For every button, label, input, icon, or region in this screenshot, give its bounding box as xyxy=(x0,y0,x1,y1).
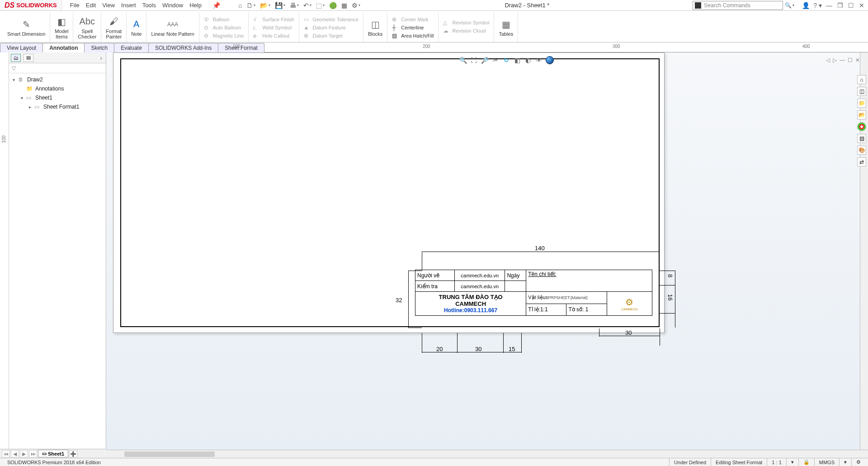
task-palette-icon[interactable]: ▤ xyxy=(857,134,866,143)
tab-sketch[interactable]: Sketch xyxy=(84,43,114,52)
qat-open-icon[interactable]: 📂▾ xyxy=(259,2,271,9)
center-mark-button[interactable]: ⊕Center Mark xyxy=(392,16,434,23)
eye-icon[interactable]: 👁 xyxy=(535,57,543,64)
vp-next-icon[interactable]: ▷ xyxy=(833,57,837,63)
spell-checker-button[interactable]: Abc Spell Checker xyxy=(73,13,101,42)
search-icon[interactable]: 🔍▾ xyxy=(785,2,794,9)
menu-window[interactable]: Window xyxy=(162,2,183,9)
vp-prev-icon[interactable]: ◁ xyxy=(826,57,830,63)
scrollbar-thumb[interactable] xyxy=(124,452,215,457)
qat-new-icon[interactable]: 🗋▾ xyxy=(245,2,256,9)
tb-tile[interactable]: Tỉ lệ:1:1 xyxy=(526,304,566,316)
menu-help[interactable]: Help xyxy=(189,2,202,9)
appearance-globe-icon[interactable] xyxy=(546,56,554,64)
tab-evaluate[interactable]: Evaluate xyxy=(114,43,149,52)
display-style-icon[interactable]: ◧ xyxy=(513,57,521,64)
close-button[interactable]: ✕ xyxy=(858,2,865,9)
geometric-tolerance-button[interactable]: ▭Geometric Tolerance xyxy=(304,16,359,23)
dimension-15[interactable]: 15 xyxy=(509,346,515,352)
sheet-tab-1[interactable]: ▭Sheet1 xyxy=(38,450,68,457)
prev-view-icon[interactable]: 🔎 xyxy=(481,57,489,64)
status-units[interactable]: MMGS xyxy=(814,458,839,466)
tb-ngay-value[interactable] xyxy=(505,281,526,292)
tb-toso[interactable]: Tờ số: 1 xyxy=(566,304,607,316)
qat-undo-icon[interactable]: ↶▾ xyxy=(302,2,312,9)
magnetic-line-button[interactable]: ⊖Magnetic Line xyxy=(204,33,244,39)
tab-sheet-format[interactable]: Sheet Format xyxy=(218,43,264,52)
blocks-button[interactable]: ◫ Blocks xyxy=(363,13,387,42)
drawing-canvas[interactable]: 🔍 ⛶ 🔎 ✂ ↻ ◧ ◐ 👁 ◁ ▷ — ☐ ✕ 140 32 xyxy=(106,52,868,451)
help-icon[interactable]: ? ▾ xyxy=(813,2,822,9)
datum-feature-button[interactable]: ▲Datum Feature xyxy=(304,24,359,31)
balloon-button[interactable]: ①Balloon xyxy=(204,16,244,23)
vp-close-icon[interactable]: ✕ xyxy=(855,57,860,63)
note-button[interactable]: A Note xyxy=(127,13,146,42)
task-library-icon[interactable]: 📁 xyxy=(857,99,866,108)
expand-panel-icon[interactable]: › xyxy=(100,54,104,62)
revision-cloud-button[interactable]: ☁Revision Cloud xyxy=(443,28,489,34)
linear-note-pattern-button[interactable]: AAA Linear Note Pattern xyxy=(146,13,199,42)
tab-solidworks-addins[interactable]: SOLIDWORKS Add-Ins xyxy=(148,43,218,52)
task-appearance-icon[interactable]: 🎨 xyxy=(857,146,866,155)
status-gear-icon[interactable]: ⚙ xyxy=(851,458,865,466)
smart-dimension-button[interactable]: ✎ Smart Dimension xyxy=(3,13,50,42)
hole-callout-button[interactable]: ⌀Hole Callout xyxy=(253,33,294,39)
qat-home-icon[interactable]: ⌂ xyxy=(237,2,243,9)
menu-insert[interactable]: Insert xyxy=(121,2,136,9)
tb-tenchitiet[interactable]: Tên chi tiết: xyxy=(528,271,556,277)
minimize-button[interactable]: — xyxy=(826,2,833,9)
tables-button[interactable]: ▦ Tables xyxy=(494,13,518,42)
search-commands-input[interactable]: Search Commands xyxy=(693,1,783,10)
sheet-nav-first-icon[interactable]: ⏮ xyxy=(2,450,10,457)
format-painter-button[interactable]: 🖌 Format Painter xyxy=(101,13,127,42)
sheet-nav-prev-icon[interactable]: ◀ xyxy=(11,450,19,457)
dimension-140[interactable]: 140 xyxy=(535,245,545,252)
dimension-32[interactable]: 32 xyxy=(396,297,402,304)
auto-balloon-button[interactable]: ⊙Auto Balloon xyxy=(204,24,244,31)
user-icon[interactable]: 👤 xyxy=(802,2,810,9)
tree-sheet-format[interactable]: ▸▭Sheet Format1 xyxy=(11,102,104,111)
rotate-icon[interactable]: ↻ xyxy=(502,57,510,64)
qat-settings-icon[interactable]: ⚙▾ xyxy=(351,2,361,9)
task-explorer-icon[interactable]: 📂 xyxy=(857,110,866,119)
dimension-30a[interactable]: 30 xyxy=(475,346,481,352)
datum-target-button[interactable]: ⊕Datum Target xyxy=(304,33,359,39)
tree-root[interactable]: ▾🗎Draw2 xyxy=(11,75,104,84)
title-block[interactable]: Người vẽ cammech.edu.vn Ngày Tên chi tiế… xyxy=(415,270,652,316)
tab-annotation[interactable]: Annotation xyxy=(42,43,85,52)
menu-tools[interactable]: Tools xyxy=(142,2,156,9)
status-scale[interactable]: 1 : 1 xyxy=(767,458,786,466)
menu-file[interactable]: File xyxy=(70,2,80,9)
centerline-button[interactable]: ┼Centerline xyxy=(392,24,434,31)
sheet-nav-next-icon[interactable]: ▶ xyxy=(20,450,28,457)
tree-annotations[interactable]: 📁Annotations xyxy=(11,84,104,93)
maximize-button[interactable]: ☐ xyxy=(847,2,854,9)
task-resources-icon[interactable]: ◫ xyxy=(857,87,866,96)
area-hatch-button[interactable]: ▨Area Hatch/Fill xyxy=(392,33,434,39)
qat-options-icon[interactable]: ▦ xyxy=(340,2,348,9)
dimension-20[interactable]: 20 xyxy=(436,346,443,352)
feature-tree-tab-icon[interactable]: 🗂 xyxy=(11,54,21,62)
horizontal-scrollbar[interactable] xyxy=(106,450,868,458)
pin-icon[interactable]: 📌 xyxy=(212,2,220,9)
vp-max-icon[interactable]: ☐ xyxy=(848,57,853,63)
task-home-icon[interactable]: ⌂ xyxy=(857,75,866,84)
property-manager-tab-icon[interactable]: ▤ xyxy=(24,54,33,62)
tb-kiemtra-value[interactable]: cammech.edu.vn xyxy=(454,281,505,292)
tb-nguoive-value[interactable]: cammech.edu.vn xyxy=(454,270,505,281)
weld-symbol-button[interactable]: ⟀Weld Symbol xyxy=(253,24,294,31)
sheet-nav-last-icon[interactable]: ⏭ xyxy=(29,450,37,457)
revision-symbol-button[interactable]: △Revision Symbol xyxy=(443,19,489,26)
vp-min-icon[interactable]: — xyxy=(840,57,845,63)
menu-view[interactable]: View xyxy=(102,2,115,9)
restore-button[interactable]: ❐ xyxy=(836,2,844,9)
task-custom-icon[interactable]: ⇄ xyxy=(857,157,866,166)
add-sheet-icon[interactable]: ➕ xyxy=(69,450,77,457)
hide-show-icon[interactable]: ◐ xyxy=(524,57,532,64)
dimension-30b[interactable]: 30 xyxy=(625,329,632,336)
tree-sheet[interactable]: ▾▭Sheet1 xyxy=(11,93,104,102)
tb-matprop[interactable]: $PRPSHEET:{Material} xyxy=(546,295,588,300)
surface-finish-button[interactable]: √Surface Finish xyxy=(253,16,294,23)
section-view-icon[interactable]: ✂ xyxy=(491,57,500,64)
dimension-8[interactable]: 8 xyxy=(667,274,674,277)
